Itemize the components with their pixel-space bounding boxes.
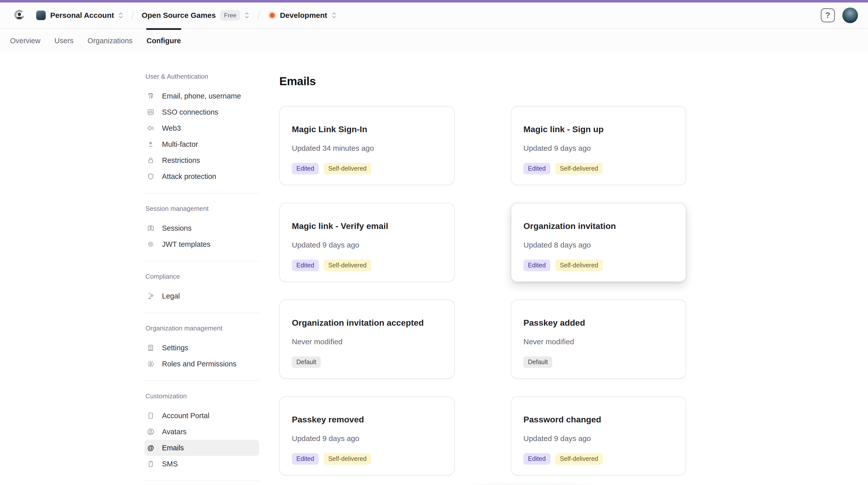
email-template-card-magic-link-verify-email[interactable]: Magic link - Verify email Updated 9 days… bbox=[279, 203, 455, 282]
web3-icon bbox=[147, 124, 155, 132]
help-button[interactable]: ? bbox=[821, 8, 835, 22]
topbar: Personal Account Open Source Games Free bbox=[0, 2, 868, 29]
status-badge: Default bbox=[292, 356, 321, 368]
sessions-icon bbox=[147, 224, 155, 233]
sidebar-item-label: Account Portal bbox=[162, 412, 210, 420]
card-badges: Edited Self-delivered bbox=[523, 260, 674, 271]
card-title: Magic Link Sign-In bbox=[292, 124, 442, 134]
accent-bar bbox=[0, 0, 868, 2]
tab-bar: Overview Users Organizations Configure bbox=[0, 29, 868, 53]
card-badges: Default bbox=[523, 356, 674, 368]
chevron-updown-icon[interactable] bbox=[331, 11, 337, 19]
breadcrumb-environment[interactable]: Development bbox=[268, 11, 337, 20]
breadcrumb: Personal Account Open Source Games Free bbox=[36, 10, 337, 21]
status-badge: Edited bbox=[523, 260, 550, 271]
section-heading: Session management bbox=[145, 205, 259, 213]
sidebar-item-avatars[interactable]: Avatars bbox=[145, 424, 259, 440]
chevron-updown-icon[interactable] bbox=[244, 11, 250, 19]
sidebar-item-label: Web3 bbox=[162, 124, 181, 132]
environment-label: Development bbox=[280, 11, 327, 20]
status-badge: Edited bbox=[292, 453, 319, 465]
card-title: Organization invitation accepted bbox=[292, 317, 442, 328]
card-title: Password changed bbox=[523, 414, 674, 424]
sidebar-item-attack-protection[interactable]: Attack protection bbox=[145, 169, 259, 184]
card-badges: Edited Self-delivered bbox=[292, 163, 442, 174]
email-template-card-magic-link-sign-up[interactable]: Magic link - Sign up Updated 9 days ago … bbox=[511, 106, 686, 185]
at-icon: @ bbox=[147, 444, 155, 452]
sidebar-item-email-phone-username[interactable]: Email, phone, username bbox=[145, 88, 259, 104]
help-icon: ? bbox=[826, 11, 830, 20]
email-template-card-passkey-removed[interactable]: Passkey removed Updated 9 days ago Edite… bbox=[279, 396, 455, 476]
chevron-updown-icon[interactable] bbox=[118, 11, 124, 19]
sidebar-item-settings[interactable]: Settings bbox=[145, 340, 259, 356]
breadcrumb-slash bbox=[257, 10, 261, 21]
email-template-card-magic-link-sign-in[interactable]: Magic Link Sign-In Updated 34 minutes ag… bbox=[279, 106, 455, 185]
tab-organizations[interactable]: Organizations bbox=[88, 29, 133, 53]
card-badges: Edited Self-delivered bbox=[523, 163, 674, 174]
email-template-card-organization-invitation-accepted[interactable]: Organization invitation accepted Never m… bbox=[279, 300, 455, 379]
avatar-circle-icon bbox=[147, 427, 155, 436]
page-title: Emails bbox=[279, 74, 686, 88]
roles-icon bbox=[147, 360, 155, 368]
tab-overview[interactable]: Overview bbox=[10, 29, 40, 53]
gavel-icon bbox=[147, 292, 155, 300]
sidebar-item-sessions[interactable]: Sessions bbox=[145, 220, 259, 236]
status-badge: Edited bbox=[292, 260, 319, 271]
sidebar-item-legal[interactable]: Legal bbox=[145, 288, 259, 304]
sidebar-item-label: SSO connections bbox=[162, 108, 218, 116]
sidebar-item-web3[interactable]: Web3 bbox=[145, 120, 259, 136]
tab-configure[interactable]: Configure bbox=[147, 29, 181, 53]
phone-icon bbox=[147, 460, 155, 468]
tab-users[interactable]: Users bbox=[55, 29, 73, 53]
sidebar-item-label: Roles and Permissions bbox=[162, 360, 237, 368]
email-template-card-organization-invitation[interactable]: Organization invitation Updated 8 days a… bbox=[511, 203, 686, 282]
breadcrumb-personal-account[interactable]: Personal Account bbox=[36, 10, 124, 20]
card-title: Magic link - Verify email bbox=[292, 221, 442, 231]
door-icon bbox=[147, 412, 155, 420]
sidebar-item-label: Restrictions bbox=[162, 156, 200, 164]
breadcrumb-application[interactable]: Open Source Games Free bbox=[142, 10, 250, 21]
card-meta: Updated 9 days ago bbox=[523, 144, 674, 153]
plan-badge: Free bbox=[220, 10, 240, 21]
sidebar-item-restrictions[interactable]: Restrictions bbox=[145, 152, 259, 169]
multi-factor-icon bbox=[147, 140, 155, 149]
sidebar-divider bbox=[145, 261, 259, 261]
svg-text:@: @ bbox=[148, 444, 154, 452]
status-badge: Self-delivered bbox=[324, 163, 371, 174]
card-title: Magic link - Sign up bbox=[523, 124, 674, 134]
sidebar-item-roles-permissions[interactable]: Roles and Permissions bbox=[145, 356, 259, 372]
status-badge: Default bbox=[523, 356, 552, 368]
section-heading: Compliance bbox=[145, 272, 259, 280]
card-title: Passkey added bbox=[523, 317, 674, 328]
sso-cloud-icon bbox=[147, 108, 155, 116]
card-meta: Updated 9 days ago bbox=[292, 434, 442, 443]
card-title: Organization invitation bbox=[523, 221, 674, 231]
building-icon bbox=[147, 343, 155, 352]
card-meta: Never modified bbox=[292, 337, 442, 346]
email-template-card-password-changed[interactable]: Password changed Updated 9 days ago Edit… bbox=[511, 396, 686, 476]
sidebar-item-jwt-templates[interactable]: JWT templates bbox=[145, 236, 259, 252]
sidebar-item-label: Sessions bbox=[162, 224, 192, 233]
status-badge: Edited bbox=[292, 163, 319, 174]
card-badges: Edited Self-delivered bbox=[292, 260, 442, 271]
sidebar-divider bbox=[145, 481, 259, 481]
sidebar-divider bbox=[145, 193, 259, 193]
sidebar-item-label: Emails bbox=[162, 444, 184, 452]
clerk-logo-icon[interactable] bbox=[13, 9, 25, 22]
sidebar-item-account-portal[interactable]: Account Portal bbox=[145, 407, 259, 424]
email-template-card-passkey-added[interactable]: Passkey added Never modified Default bbox=[511, 300, 686, 379]
sidebar-item-sso-connections[interactable]: SSO connections bbox=[145, 104, 259, 120]
sidebar-item-sms[interactable]: SMS bbox=[145, 456, 259, 472]
account-avatar bbox=[36, 10, 46, 20]
email-template-grid: Magic Link Sign-In Updated 34 minutes ag… bbox=[279, 106, 686, 476]
user-avatar[interactable] bbox=[842, 7, 858, 23]
sidebar-item-label: Multi-factor bbox=[162, 140, 198, 149]
sidebar-item-label: Email, phone, username bbox=[162, 92, 241, 100]
sidebar-item-multi-factor[interactable]: Multi-factor bbox=[145, 136, 259, 152]
configure-page: User & Authentication Email, phone, user… bbox=[0, 53, 868, 481]
sidebar-item-emails[interactable]: @ Emails bbox=[145, 440, 259, 456]
status-badge: Self-delivered bbox=[555, 260, 603, 271]
section-heading: Customization bbox=[145, 392, 259, 400]
section-heading: Organization management bbox=[145, 324, 259, 332]
sidebar-item-label: SMS bbox=[162, 460, 178, 468]
